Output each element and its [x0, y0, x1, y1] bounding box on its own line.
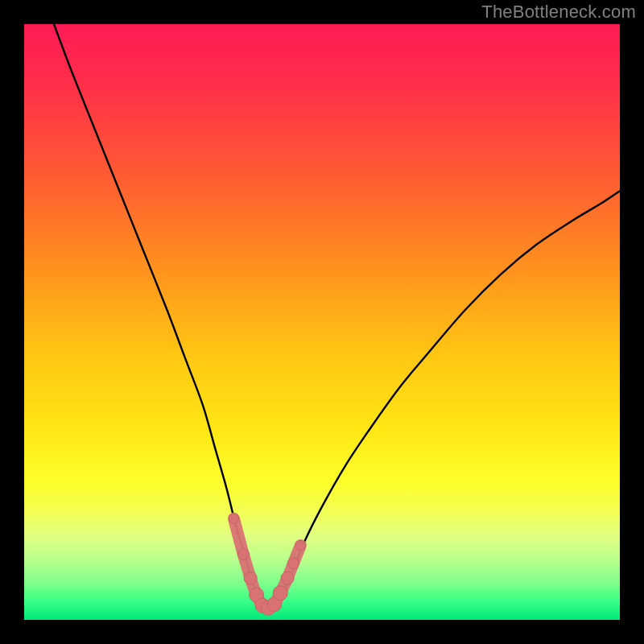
- marker-dot: [295, 541, 305, 551]
- marker-dot: [229, 514, 238, 523]
- marker-dot: [287, 558, 299, 569]
- marker-dot: [281, 572, 294, 584]
- bottleneck-chart: [0, 0, 644, 644]
- marker-dot: [273, 586, 287, 601]
- chart-frame: TheBottleneck.com: [0, 0, 644, 644]
- watermark-text: TheBottleneck.com: [481, 2, 636, 23]
- plot-background: [24, 24, 620, 620]
- marker-dot: [237, 549, 249, 560]
- marker-dot: [244, 572, 257, 584]
